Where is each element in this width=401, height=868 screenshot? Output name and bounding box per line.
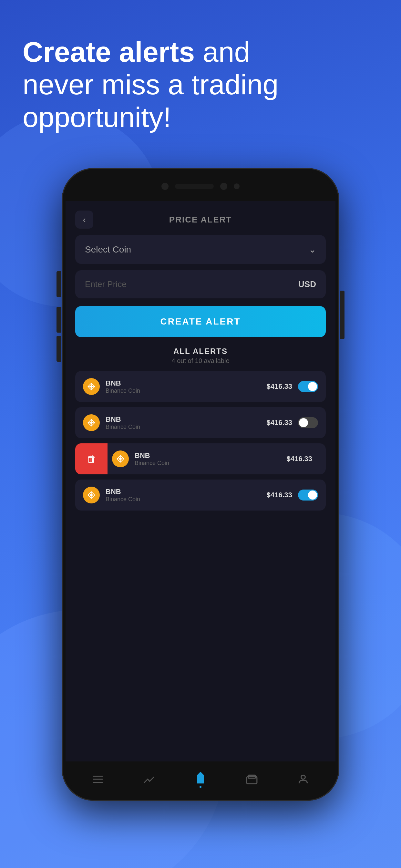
toggle-thumb xyxy=(308,382,317,391)
profile-icon xyxy=(297,773,309,785)
coin-info: BNB Binance Coin xyxy=(135,452,286,467)
nav-item-portfolio[interactable] xyxy=(239,768,265,790)
nav-item-list[interactable] xyxy=(85,768,111,790)
select-coin-label: Select Coin xyxy=(85,244,131,255)
coin-info: BNB Binance Coin xyxy=(105,415,266,430)
coin-symbol: BNB xyxy=(105,379,266,388)
select-coin-dropdown[interactable]: Select Coin ⌄ xyxy=(75,235,326,264)
list-icon xyxy=(92,773,104,785)
all-alerts-title: ALL ALERTS xyxy=(75,347,326,356)
coin-name: Binance Coin xyxy=(105,424,266,430)
camera-sensor-right xyxy=(220,183,227,190)
chevron-down-icon: ⌄ xyxy=(309,244,316,255)
nav-header: ‹ PRICE ALERT xyxy=(75,201,326,235)
phone-outer-shell: ‹ PRICE ALERT Select Coin ⌄ Enter Price … xyxy=(62,168,339,801)
svg-point-30 xyxy=(301,775,305,779)
coin-symbol: BNB xyxy=(105,488,266,496)
hero-line1: Create alerts and xyxy=(23,35,378,68)
camera-area xyxy=(161,183,240,190)
coin-price: $416.33 xyxy=(286,455,312,463)
phone-inner: ‹ PRICE ALERT Select Coin ⌄ Enter Price … xyxy=(66,172,335,797)
screen-content: ‹ PRICE ALERT Select Coin ⌄ Enter Price … xyxy=(66,201,335,762)
bnb-icon xyxy=(83,487,100,503)
all-alerts-subtitle: 4 out of 10 available xyxy=(75,357,326,365)
alert-row: BNB Binance Coin $416.33 xyxy=(75,371,326,402)
coin-name: Binance Coin xyxy=(105,388,266,394)
hero-line2: never miss a trading xyxy=(23,68,378,101)
alert-toggle[interactable] xyxy=(298,417,318,428)
coin-price: $416.33 xyxy=(266,382,292,391)
bottom-nav xyxy=(66,762,335,797)
chart-icon xyxy=(143,773,155,785)
back-button[interactable]: ‹ xyxy=(75,211,93,228)
price-placeholder: Enter Price xyxy=(85,279,127,289)
alert-toggle[interactable] xyxy=(298,381,318,392)
coin-info: BNB Binance Coin xyxy=(105,488,266,503)
coin-symbol: BNB xyxy=(105,415,266,424)
toggle-thumb xyxy=(299,418,308,427)
svg-marker-1 xyxy=(90,385,93,388)
nav-item-profile[interactable] xyxy=(290,768,316,790)
svg-marker-7 xyxy=(90,421,93,424)
camera-front xyxy=(234,183,240,189)
back-icon: ‹ xyxy=(83,215,86,224)
trash-icon: 🗑 xyxy=(87,454,96,464)
price-currency: USD xyxy=(298,279,316,289)
all-alerts-header: ALL ALERTS 4 out of 10 available xyxy=(75,347,326,365)
active-indicator xyxy=(199,786,202,788)
coin-info: BNB Binance Coin xyxy=(105,379,266,394)
bnb-icon xyxy=(112,451,129,467)
svg-marker-27 xyxy=(197,772,204,784)
hero-text: Create alerts and never miss a trading o… xyxy=(23,35,378,134)
coin-symbol: BNB xyxy=(135,452,286,460)
bnb-icon xyxy=(83,378,100,395)
alert-toggle[interactable] xyxy=(298,490,318,500)
alert-row: BNB Binance Coin $416.33 xyxy=(75,407,326,438)
phone-mockup: ‹ PRICE ALERT Select Coin ⌄ Enter Price … xyxy=(62,168,339,801)
bnb-icon xyxy=(83,414,100,431)
hero-rest: and xyxy=(195,36,250,68)
svg-marker-19 xyxy=(90,493,93,497)
coin-price: $416.33 xyxy=(266,491,292,499)
toggle-thumb xyxy=(308,491,317,500)
page-title: PRICE ALERT xyxy=(169,215,232,225)
coin-price: $416.33 xyxy=(266,418,292,427)
home-icon xyxy=(193,771,208,785)
coin-name: Binance Coin xyxy=(135,460,286,467)
camera-speaker xyxy=(175,184,214,189)
svg-marker-13 xyxy=(119,457,122,461)
nav-item-chart[interactable] xyxy=(136,768,162,790)
nav-item-home[interactable] xyxy=(188,768,213,790)
alert-row-sliding: BNB Binance Coin $416.33 xyxy=(104,443,326,474)
delete-background: 🗑 xyxy=(75,443,107,474)
coin-name: Binance Coin xyxy=(105,496,266,503)
create-alert-button[interactable]: CREATE ALERT xyxy=(75,306,326,337)
phone-top-bar xyxy=(66,172,335,201)
price-input-row[interactable]: Enter Price USD xyxy=(75,270,326,299)
hero-line3: opportunity! xyxy=(23,101,378,133)
alert-row-delete: 🗑 xyxy=(75,443,326,474)
camera-sensor-left xyxy=(161,183,168,190)
portfolio-icon xyxy=(246,773,258,785)
hero-bold: Create alerts xyxy=(23,36,195,68)
create-alert-label: CREATE ALERT xyxy=(160,316,241,327)
alert-row: BNB Binance Coin $416.33 xyxy=(75,479,326,510)
